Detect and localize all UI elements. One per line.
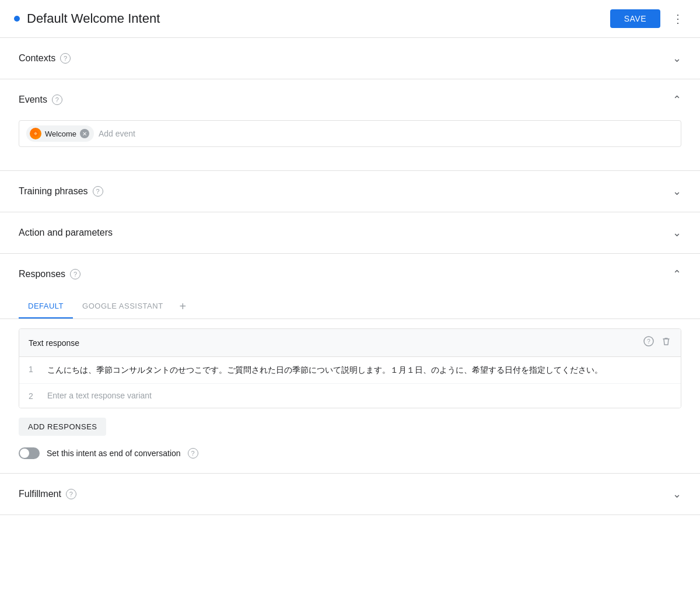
- events-chevron: ⌃: [673, 93, 681, 106]
- training-phrases-chevron: ⌄: [673, 185, 681, 198]
- contexts-chevron: ⌄: [673, 52, 681, 65]
- events-section-header[interactable]: Events ? ⌃: [0, 79, 700, 120]
- responses-header[interactable]: Responses ? ⌃: [0, 254, 700, 295]
- event-add-placeholder[interactable]: Add event: [99, 129, 135, 138]
- action-parameters-chevron: ⌄: [673, 226, 681, 239]
- responses-section: Responses ? ⌃ DEFAULT GOOGLE ASSISTANT +…: [0, 254, 700, 474]
- row-num-2: 2: [29, 391, 38, 401]
- text-response-delete-icon[interactable]: [661, 336, 671, 349]
- training-phrases-section: Training phrases ? ⌄: [0, 171, 700, 212]
- fulfillment-header[interactable]: Fulfillment ? ⌄: [0, 474, 700, 514]
- end-conversation-toggle[interactable]: [19, 447, 40, 459]
- response-row-1: 1 こんにちは、季節コンサルタントのせつこです。ご質問された日の季節について説明…: [19, 357, 681, 384]
- events-content: Welcome ✕ Add event: [0, 120, 700, 170]
- action-parameters-header[interactable]: Action and parameters ⌄: [0, 212, 700, 253]
- response-rows: 1 こんにちは、季節コンサルタントのせつこです。ご質問された日の季節について説明…: [19, 357, 681, 408]
- fulfillment-title: Fulfillment: [19, 489, 61, 499]
- text-response-card: Text response ?: [19, 328, 681, 408]
- contexts-help-icon[interactable]: ?: [60, 53, 71, 64]
- end-conversation: Set this intent as end of conversation ?: [19, 447, 681, 459]
- responses-chevron: ⌃: [673, 268, 681, 281]
- status-dot: [14, 16, 20, 22]
- more-icon[interactable]: ⋮: [670, 9, 686, 28]
- text-response-header: Text response ?: [19, 329, 681, 357]
- fulfillment-chevron: ⌄: [673, 488, 681, 501]
- row-placeholder-2[interactable]: Enter a text response variant: [47, 391, 671, 400]
- text-response-actions: ?: [643, 336, 671, 349]
- end-conversation-help-icon[interactable]: ?: [188, 448, 198, 459]
- text-response-title: Text response: [29, 338, 79, 348]
- contexts-section-header[interactable]: Contexts ? ⌄: [0, 38, 700, 79]
- row-text-1[interactable]: こんにちは、季節コンサルタントのせつこです。ご質問された日の季節について説明しま…: [47, 364, 671, 376]
- add-responses-button[interactable]: ADD RESPONSES: [19, 418, 106, 436]
- tab-google-assistant[interactable]: GOOGLE ASSISTANT: [73, 295, 173, 318]
- events-help-icon[interactable]: ?: [52, 94, 62, 105]
- save-button[interactable]: SAVE: [610, 9, 660, 28]
- responses-tabs: DEFAULT GOOGLE ASSISTANT +: [0, 295, 700, 319]
- responses-title: Responses: [19, 269, 65, 279]
- contexts-title: Contexts: [19, 53, 55, 64]
- page-title: Default Welcome Intent: [27, 11, 160, 26]
- tab-default[interactable]: DEFAULT: [19, 295, 73, 318]
- fulfillment-section: Fulfillment ? ⌄: [0, 474, 700, 515]
- events-input-area[interactable]: Welcome ✕ Add event: [19, 120, 681, 147]
- welcome-event-chip: Welcome ✕: [26, 125, 94, 142]
- responses-content: Text response ?: [0, 319, 700, 473]
- end-conversation-label: Set this intent as end of conversation: [47, 449, 181, 458]
- tab-add-icon[interactable]: +: [173, 295, 194, 318]
- text-response-help-icon[interactable]: ?: [643, 336, 654, 349]
- event-chip-icon: [30, 128, 41, 139]
- responses-help-icon[interactable]: ?: [70, 269, 80, 279]
- events-title: Events: [19, 94, 47, 105]
- response-row-2: 2 Enter a text response variant: [19, 384, 681, 408]
- event-chip-close[interactable]: ✕: [80, 129, 89, 138]
- header-left: Default Welcome Intent: [14, 11, 160, 26]
- action-parameters-title: Action and parameters: [19, 228, 113, 238]
- training-phrases-header[interactable]: Training phrases ? ⌄: [0, 171, 700, 212]
- events-section: Events ? ⌃ Welcome ✕ Add event: [0, 79, 700, 171]
- row-num-1: 1: [29, 364, 38, 374]
- svg-text:?: ?: [647, 338, 650, 345]
- fulfillment-help-icon[interactable]: ?: [66, 489, 76, 499]
- header: Default Welcome Intent SAVE ⋮: [0, 0, 700, 38]
- main-content: Contexts ? ⌄ Events ? ⌃: [0, 38, 700, 515]
- header-right: SAVE ⋮: [610, 9, 686, 28]
- training-phrases-title: Training phrases: [19, 186, 88, 197]
- contexts-section: Contexts ? ⌄: [0, 38, 700, 79]
- event-chip-label: Welcome: [45, 130, 76, 138]
- action-parameters-section: Action and parameters ⌄: [0, 212, 700, 254]
- training-phrases-help-icon[interactable]: ?: [93, 186, 103, 197]
